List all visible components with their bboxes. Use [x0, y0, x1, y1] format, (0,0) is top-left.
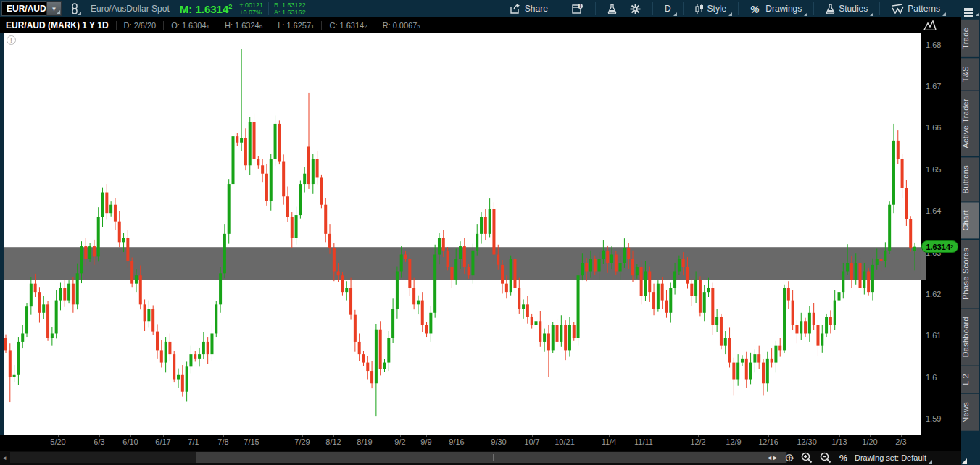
chart-type-indicator-icon[interactable]	[923, 20, 937, 30]
mark-price: M: 1.63142	[180, 3, 233, 15]
candle	[783, 288, 786, 350]
candle	[286, 196, 289, 217]
candle	[295, 215, 298, 238]
candle	[101, 193, 104, 217]
sidebar-tab-chart[interactable]: Chart	[961, 202, 979, 238]
drawing-set-button[interactable]: Drawing set: Default	[855, 453, 932, 462]
chart-menu-button[interactable]	[958, 0, 980, 17]
date-axis-label: 7/15	[244, 437, 259, 446]
candle	[156, 332, 159, 351]
candle	[312, 159, 315, 184]
candle	[387, 338, 390, 362]
candle	[438, 238, 441, 255]
candle	[513, 259, 516, 288]
candle	[547, 333, 550, 350]
percent-zoom-icon[interactable]: %	[839, 453, 847, 464]
candle	[690, 284, 693, 296]
horizontal-scrollbar[interactable]	[10, 452, 787, 463]
price-change: +.00121 +0.07%	[239, 1, 263, 16]
sidebar-tab-dashboard[interactable]: Dashboard	[961, 309, 979, 366]
sidebar-tab-active-trader[interactable]: Active Trader	[961, 91, 979, 156]
candle	[417, 301, 420, 305]
fit-width-icon[interactable]: ◄►	[766, 454, 778, 461]
scroll-left-arrow[interactable]: ◄	[0, 455, 9, 461]
candle	[391, 309, 394, 338]
candle	[168, 342, 171, 354]
sidebar-tab-trade[interactable]: Trade	[961, 20, 979, 57]
candle	[568, 325, 571, 350]
candle	[232, 136, 235, 184]
date-axis-label: 7/1	[188, 437, 199, 446]
calendar-events-button[interactable]: !	[565, 0, 590, 17]
scrollbar-thumb[interactable]	[196, 452, 786, 463]
info-icon[interactable]: !	[7, 35, 16, 45]
candle	[606, 251, 609, 263]
sidebar-tab-t-s[interactable]: T&S	[961, 58, 979, 90]
candle	[375, 330, 378, 384]
svg-text:%: %	[750, 4, 760, 14]
timeframe-button[interactable]: D	[658, 0, 678, 17]
candle	[186, 366, 188, 391]
candle	[80, 246, 83, 273]
candle	[673, 271, 676, 288]
calendar-alert-icon: !	[572, 4, 584, 14]
candle	[792, 301, 794, 325]
candle	[661, 284, 664, 301]
price-axis-label: 1.61	[926, 331, 941, 340]
candle	[834, 301, 836, 325]
candle	[38, 292, 41, 313]
style-button[interactable]: Style	[689, 0, 734, 17]
sidebar-tab-buttons[interactable]: Buttons	[961, 157, 979, 201]
resize-grip[interactable]	[962, 458, 967, 464]
sidebar-tab-news[interactable]: News	[961, 394, 979, 431]
plot-background	[4, 33, 921, 435]
candle	[63, 288, 66, 300]
zoom-out-icon[interactable]	[820, 452, 831, 464]
drawings-button[interactable]: % Drawings	[744, 0, 808, 17]
candle	[855, 263, 858, 280]
chart-link-icon[interactable]	[67, 1, 82, 17]
candle	[21, 333, 24, 341]
svg-text:!: !	[579, 4, 581, 9]
candle	[745, 359, 748, 380]
candle	[257, 159, 259, 166]
price-axis-label: 1.68	[926, 41, 941, 49]
share-button[interactable]: Share	[504, 0, 555, 17]
zoom-in-icon[interactable]	[801, 452, 813, 464]
symbol-input[interactable]: EUR/AUD	[1, 1, 46, 16]
candle	[429, 313, 432, 334]
candle	[795, 325, 798, 333]
patterns-button[interactable]: Patterns	[885, 0, 947, 17]
candle	[594, 259, 597, 271]
chart-plot-area[interactable]: !	[0, 33, 921, 435]
candle	[552, 325, 555, 350]
candle	[644, 271, 647, 296]
candle	[358, 342, 361, 354]
date-axis-label: 7/29	[294, 437, 310, 446]
date-axis[interactable]: 5/206/36/106/177/17/87/157/298/128/199/2…	[0, 435, 961, 451]
sidebar-tab-l-2[interactable]: L 2	[961, 366, 979, 393]
candle	[324, 205, 327, 234]
candle	[240, 138, 243, 143]
menu-icon	[964, 8, 973, 9]
candle	[93, 246, 96, 256]
settings-button[interactable]	[623, 0, 647, 17]
candle	[556, 325, 559, 342]
price-axis-label: 1.59	[926, 414, 941, 423]
candle	[198, 354, 201, 359]
analysis-tools-button[interactable]	[601, 0, 623, 17]
candle	[396, 271, 399, 309]
symbol-dropdown-button[interactable]: ▼	[46, 1, 62, 16]
sidebar-tab-phase-scores[interactable]: Phase Scores	[961, 240, 979, 308]
candle	[412, 288, 415, 304]
candle	[720, 317, 723, 346]
crosshair-icon[interactable]: ⊕	[785, 451, 794, 464]
candle	[370, 371, 373, 383]
candle	[707, 288, 710, 292]
studies-button[interactable]: Studies	[819, 0, 874, 17]
ohlc-field: R: 0.00675	[375, 21, 428, 30]
ohlc-field: H: 1.63246	[217, 21, 270, 30]
candle	[459, 246, 462, 259]
bid-ask: B: 1.63122 A: 1.63162	[274, 1, 306, 16]
price-axis[interactable]: 1.681.671.661.651.641.631.621.611.61.59 …	[921, 33, 961, 435]
